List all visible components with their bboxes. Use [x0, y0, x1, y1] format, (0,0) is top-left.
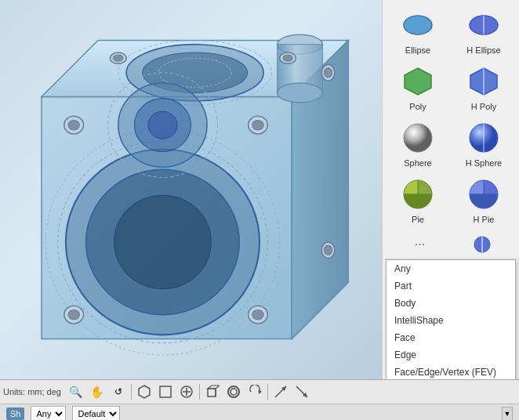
tool-cube[interactable] [202, 382, 223, 402]
shape-h-ellipse[interactable]: H Ellipse [452, 3, 516, 58]
scroll-down-btn[interactable]: ▼ [502, 407, 513, 420]
h-ellipse-icon [465, 6, 503, 44]
shape-h-poly[interactable]: H Poly [452, 60, 516, 114]
shape-ellipse[interactable]: Ellipse [386, 3, 450, 58]
pie-icon [399, 176, 437, 213]
shape-grid: Ellipse H Ellipse Poly [383, 0, 519, 230]
toolbar-row: Units: mm; deg 🔍 ✋ ↺ [0, 380, 519, 404]
shape-pie[interactable]: Pie [386, 172, 450, 227]
rotate-btn[interactable]: ↺ [108, 382, 129, 402]
default-select[interactable]: Default [72, 406, 120, 420]
svg-rect-51 [208, 389, 216, 396]
svg-point-35 [404, 16, 432, 34]
menu-item-face[interactable]: Face [387, 329, 515, 346]
status-bar: Sh Any Default ▼ [0, 404, 519, 420]
shape-h-sphere[interactable]: H Sphere [452, 116, 516, 171]
ellipse-label: Ellipse [405, 45, 430, 55]
pan-btn[interactable]: ✋ [87, 382, 107, 402]
h-sphere-icon [465, 119, 503, 157]
shape-poly[interactable]: Poly [386, 60, 450, 114]
tool-hex[interactable] [134, 382, 154, 402]
svg-point-22 [252, 310, 263, 319]
tool-spin[interactable] [245, 382, 265, 402]
svg-point-55 [230, 389, 237, 395]
menu-item-edge[interactable]: Edge [387, 346, 515, 364]
any-select[interactable]: Any [31, 406, 66, 420]
dropdown-menu: Any Part Body IntelliShape Face Edge Fac… [386, 259, 516, 379]
shape-h-pie[interactable]: H Pie [452, 172, 516, 227]
tool-plus-box[interactable] [176, 382, 197, 402]
h-pie-icon [465, 176, 503, 213]
poly-label: Poly [409, 102, 426, 111]
tool-arrow2[interactable] [292, 382, 312, 402]
menu-item-body[interactable]: Body [387, 295, 515, 312]
pie-label: Pie [412, 215, 424, 224]
menu-item-intellishape[interactable]: IntelliShape [387, 312, 515, 329]
bottom-bar: Units: mm; deg 🔍 ✋ ↺ [0, 379, 519, 420]
h-sphere-label: H Sphere [466, 158, 502, 168]
svg-point-20 [68, 310, 79, 319]
h-ellipse-label: H Ellipse [466, 45, 500, 55]
h-pie-label: H Pie [474, 215, 495, 224]
more-icon [471, 234, 493, 255]
menu-item-fev[interactable]: Face/Edge/Vertex (FEV) [387, 364, 515, 379]
svg-marker-46 [139, 386, 150, 398]
tool-box[interactable] [155, 382, 176, 402]
menu-item-any[interactable]: Any [387, 260, 515, 277]
units-status: Units: mm; deg [3, 387, 61, 396]
viewport[interactable] [0, 0, 382, 379]
zoom-btn[interactable]: 🔍 [66, 382, 86, 402]
ellipse-icon [399, 6, 437, 44]
svg-point-18 [252, 120, 263, 129]
tool-arrow1[interactable] [270, 382, 291, 402]
h-poly-label: H Poly [471, 102, 496, 111]
tool-ring[interactable] [223, 382, 244, 402]
sphere-icon [399, 119, 437, 157]
svg-point-41 [404, 124, 432, 152]
dots-icon: ··· [409, 234, 431, 255]
dropdown-dots-row: ··· [383, 230, 519, 259]
main-area: Ellipse H Ellipse Poly [0, 0, 519, 379]
right-panel: Ellipse H Ellipse Poly [382, 0, 519, 379]
svg-point-33 [148, 111, 177, 139]
svg-point-16 [68, 120, 79, 129]
svg-marker-56 [259, 389, 262, 394]
svg-rect-47 [160, 386, 171, 397]
sphere-label: Sphere [404, 158, 431, 168]
shape-sphere[interactable]: Sphere [386, 116, 450, 171]
svg-point-54 [228, 386, 239, 397]
h-poly-icon [465, 63, 503, 100]
svg-point-26 [324, 245, 332, 255]
poly-icon [399, 63, 437, 100]
svg-point-30 [283, 55, 292, 61]
svg-point-28 [114, 55, 123, 61]
menu-item-part[interactable]: Part [387, 277, 515, 295]
svg-marker-38 [405, 68, 431, 95]
svg-point-24 [324, 68, 332, 78]
sh-badge: Sh [6, 407, 24, 420]
svg-point-5 [114, 195, 212, 288]
svg-point-14 [278, 83, 323, 103]
